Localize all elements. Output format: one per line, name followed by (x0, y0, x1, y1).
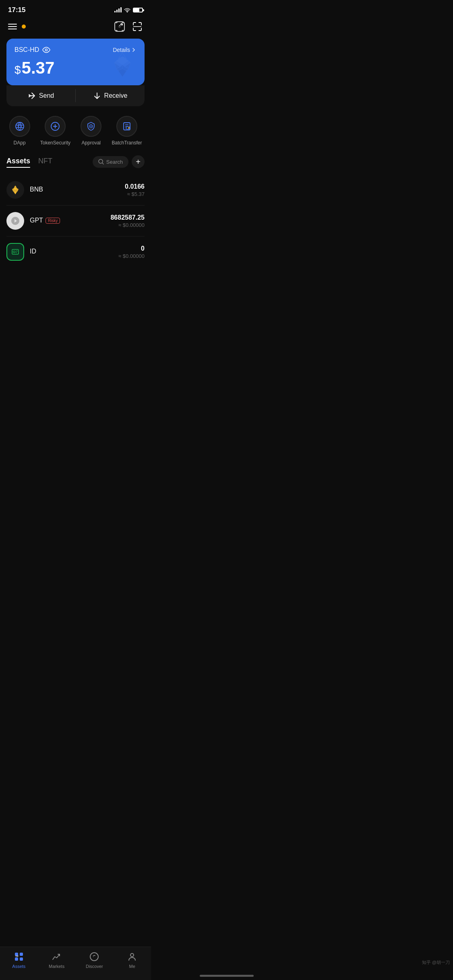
gpt-logo (6, 212, 24, 230)
bnb-values: 0.0166 ≈ $5.37 (125, 183, 145, 197)
battery-icon (133, 8, 143, 12)
receive-button[interactable]: Receive (76, 85, 145, 106)
asset-item-gpt[interactable]: GPT Risky 8682587.25 ≈ $0.00000 (6, 205, 145, 236)
add-wallet-icon[interactable]: + (114, 21, 125, 32)
svg-point-0 (127, 12, 128, 12)
svg-line-33 (102, 163, 103, 164)
visibility-icon[interactable] (42, 46, 50, 54)
assets-section: Assets NFT Search + (0, 152, 151, 267)
approval-icon (81, 116, 101, 137)
bnb-logo (6, 181, 24, 199)
tab-assets[interactable]: Assets (6, 157, 30, 167)
send-button[interactable]: Send (6, 85, 75, 106)
id-usd: ≈ $0.00000 (118, 253, 145, 259)
svg-point-7 (46, 49, 48, 51)
tab-nft[interactable]: NFT (38, 157, 52, 167)
status-icons (114, 8, 143, 12)
search-button[interactable]: Search (93, 156, 128, 168)
svg-point-32 (99, 159, 103, 163)
quick-action-token-security[interactable]: TokenSecurity (40, 116, 70, 146)
wallet-name: BSC-HD (14, 46, 39, 54)
quick-actions: DApp TokenSecurity Approval (0, 106, 151, 152)
bnb-amount: 0.0166 (125, 183, 145, 190)
wallet-name-row: BSC-HD (14, 46, 50, 54)
header-left (8, 24, 26, 29)
risky-badge: Risky (46, 218, 60, 224)
id-name: ID (30, 248, 36, 255)
token-security-label: TokenSecurity (40, 140, 70, 146)
bnb-name: BNB (30, 186, 43, 193)
wallet-card: BSC-HD Details $5.37 (6, 39, 145, 85)
quick-action-batch-transfer[interactable]: ⚡ BatchTransfer (112, 116, 142, 146)
search-placeholder: Search (106, 159, 123, 165)
id-amount: 0 (118, 245, 145, 252)
action-bar: Send Receive (6, 85, 145, 106)
svg-point-44 (13, 251, 15, 253)
batch-transfer-label: BatchTransfer (112, 140, 142, 146)
asset-list: BNB 0.0166 ≈ $5.37 GPT Risky (6, 175, 145, 267)
assets-actions: Search + (93, 155, 145, 168)
id-logo (6, 243, 24, 261)
bnb-usd: ≈ $5.37 (125, 191, 145, 197)
status-bar: 17:15 (0, 0, 151, 18)
header: + (0, 18, 151, 37)
quick-action-approval[interactable]: Approval (81, 116, 101, 146)
bnb-info: BNB (30, 186, 125, 194)
id-info: ID (30, 248, 118, 256)
batch-transfer-icon: ⚡ (116, 116, 137, 137)
dapp-icon (9, 116, 30, 137)
wallet-indicator-dot (22, 25, 26, 29)
gpt-usd: ≈ $0.00000 (110, 222, 145, 228)
assets-tabs: Assets NFT (6, 157, 52, 167)
gpt-info: GPT Risky (30, 217, 110, 225)
approval-label: Approval (82, 140, 101, 146)
bnb-watermark (108, 51, 137, 80)
svg-text:+: + (121, 23, 123, 27)
quick-action-dapp[interactable]: DApp (9, 116, 30, 146)
svg-point-25 (91, 126, 92, 127)
gpt-name: GPT (30, 217, 43, 224)
scan-icon[interactable] (132, 21, 143, 32)
assets-header: Assets NFT Search + (6, 155, 145, 168)
svg-point-20 (19, 125, 21, 128)
dapp-label: DApp (14, 140, 26, 146)
svg-point-17 (16, 122, 24, 130)
currency-symbol: $ (14, 64, 21, 76)
svg-text:⚡: ⚡ (127, 126, 130, 130)
gpt-amount: 8682587.25 (110, 214, 145, 221)
header-right: + (114, 21, 143, 32)
asset-item-id[interactable]: ID 0 ≈ $0.00000 (6, 236, 145, 267)
signal-icon (114, 8, 122, 12)
add-asset-button[interactable]: + (132, 155, 145, 168)
asset-item-bnb[interactable]: BNB 0.0166 ≈ $5.37 (6, 175, 145, 205)
id-values: 0 ≈ $0.00000 (118, 245, 145, 259)
wifi-icon (124, 8, 130, 12)
menu-button[interactable] (8, 24, 17, 29)
token-security-icon (45, 116, 66, 137)
status-time: 17:15 (8, 6, 25, 14)
gpt-values: 8682587.25 ≈ $0.00000 (110, 214, 145, 228)
